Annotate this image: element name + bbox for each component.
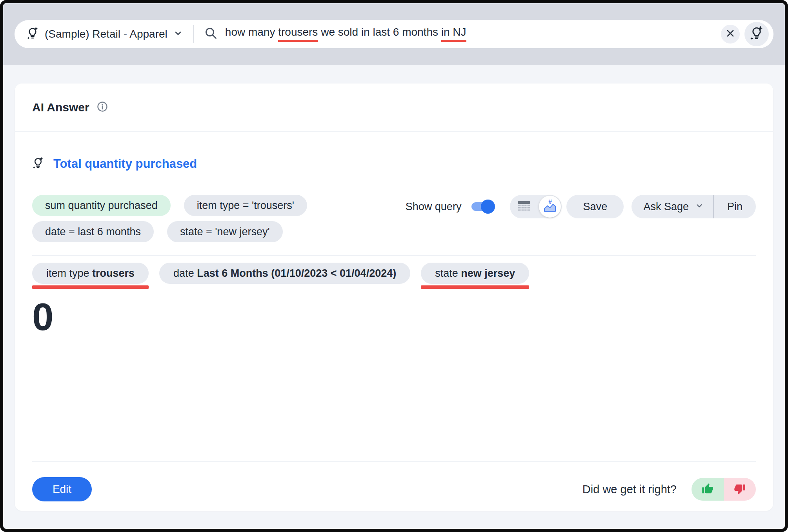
search-icon (204, 26, 218, 42)
save-button[interactable]: Save (566, 195, 624, 218)
search-actions (721, 22, 769, 46)
chevron-down-icon (173, 29, 183, 40)
search-query[interactable]: how many trousers we sold in last 6 mont… (204, 26, 466, 42)
result-title[interactable]: Total quantity purchased (53, 157, 197, 171)
main-area: AI Answer (3, 65, 785, 529)
datasource-selector[interactable]: (Sample) Retail - Apparel (26, 26, 183, 42)
sage-icon (750, 25, 764, 42)
query-segment: how many (225, 26, 278, 38)
thumbs-up-icon (702, 483, 713, 496)
search-pill: (Sample) Retail - Apparel how many trous… (15, 20, 773, 48)
filter-wrap: date Last 6 Months (01/10/2023 < 01/04/2… (159, 263, 410, 284)
filter-value: trousers (92, 267, 135, 280)
filter-value: new jersey (461, 267, 515, 280)
token-filter[interactable]: state = 'new jersey' (167, 221, 283, 242)
query-segment-flagged: trousers (278, 26, 318, 42)
svg-text:#: # (548, 199, 552, 205)
show-query-toggle[interactable] (471, 202, 494, 211)
card-header: AI Answer (15, 84, 773, 132)
result-title-row: Total quantity purchased (32, 156, 756, 171)
ask-sage-pin-group: Ask Sage Pin (631, 195, 756, 218)
answer-toolbar: Show query (406, 195, 756, 218)
filters-row: item type trousers date Last 6 Months (0… (32, 263, 756, 289)
view-switcher: # (510, 195, 562, 218)
filter-label: date (173, 267, 197, 280)
query-tokens: sum quantity purchased item type = 'trou… (32, 195, 322, 242)
ask-sage-button[interactable]: Ask Sage (631, 195, 713, 218)
card-body: Total quantity purchased sum quantity pu… (15, 132, 773, 511)
sage-icon (26, 26, 39, 42)
filter-value: Last 6 Months (01/10/2023 < 01/04/2024) (197, 267, 396, 280)
filter-wrap: item type trousers (32, 263, 149, 289)
feedback-section: Did we get it right? (582, 478, 756, 501)
empty-space (32, 336, 756, 461)
search-divider (193, 25, 194, 43)
table-icon (517, 200, 531, 214)
ai-answer-card: AI Answer (15, 84, 773, 511)
filter-chip-item-type[interactable]: item type trousers (32, 263, 149, 284)
top-search-bar: (Sample) Retail - Apparel how many trous… (3, 3, 785, 65)
search-input[interactable]: how many trousers we sold in last 6 mont… (225, 26, 466, 42)
filter-label: item type (46, 267, 92, 280)
card-footer: Edit Did we get it right? (32, 477, 756, 501)
highlight-underline (32, 285, 149, 289)
pin-button[interactable]: Pin (714, 195, 756, 218)
toggle-knob (481, 200, 495, 214)
kpi-value: 0 (32, 298, 756, 336)
token-measure[interactable]: sum quantity purchased (32, 195, 171, 216)
sage-icon (32, 156, 44, 171)
token-filter[interactable]: item type = 'trousers' (184, 195, 307, 216)
card-title: AI Answer (32, 101, 89, 114)
filter-wrap: state new jersey (421, 263, 529, 289)
token-filter[interactable]: date = last 6 months (32, 221, 154, 242)
close-icon (725, 28, 736, 40)
app-window: (Sample) Retail - Apparel how many trous… (0, 0, 788, 532)
sage-search-button[interactable] (744, 22, 769, 46)
feedback-prompt: Did we get it right? (582, 483, 677, 496)
highlight-underline (421, 285, 529, 289)
filter-chip-date[interactable]: date Last 6 Months (01/10/2023 < 01/04/2… (159, 263, 410, 284)
show-query-label: Show query (406, 201, 462, 213)
filter-chip-state[interactable]: state new jersey (421, 263, 529, 284)
chevron-down-icon (695, 201, 704, 213)
thumbs-down-icon (734, 483, 746, 496)
filter-label: state (435, 267, 461, 280)
kpi-chart-icon: # (543, 199, 557, 214)
section-divider (32, 255, 756, 256)
feedback-pill (692, 478, 756, 501)
footer-divider (32, 461, 756, 462)
ask-sage-label: Ask Sage (643, 201, 689, 213)
controls-row: sum quantity purchased item type = 'trou… (32, 195, 756, 242)
query-segment: we sold in last 6 months (318, 26, 441, 38)
edit-button[interactable]: Edit (32, 477, 92, 501)
thumbs-down-button[interactable] (724, 478, 756, 501)
chart-view-button[interactable]: # (539, 196, 561, 218)
query-segment-flagged: in NJ (441, 26, 466, 42)
clear-search-button[interactable] (721, 25, 740, 44)
datasource-label: (Sample) Retail - Apparel (45, 28, 167, 40)
table-view-button[interactable] (517, 200, 531, 214)
thumbs-up-button[interactable] (692, 478, 724, 501)
info-icon[interactable] (96, 101, 108, 114)
